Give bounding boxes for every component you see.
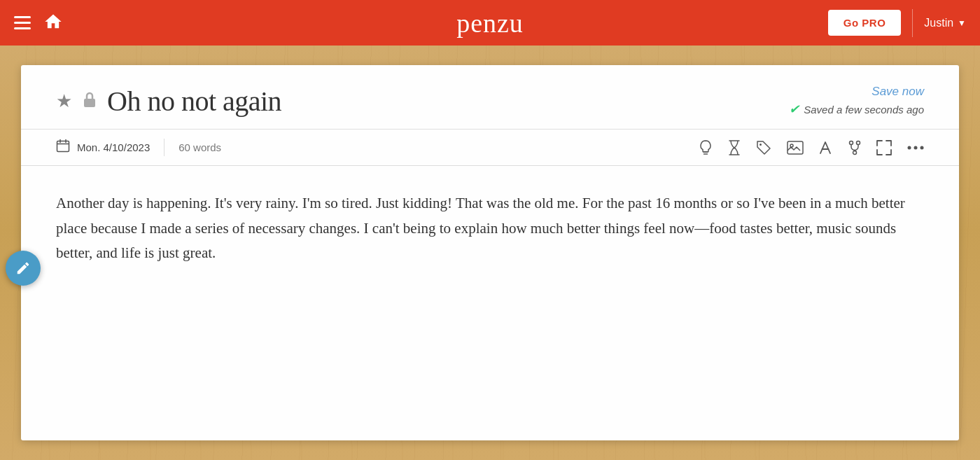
lightbulb-icon[interactable] <box>699 140 713 155</box>
user-menu[interactable]: Justin ▼ <box>924 17 966 29</box>
svg-point-6 <box>857 141 860 144</box>
go-pro-button[interactable]: Go PRO <box>828 10 902 36</box>
header-left <box>14 12 63 34</box>
expand-icon[interactable] <box>876 140 892 155</box>
home-icon[interactable] <box>43 12 63 34</box>
font-icon[interactable] <box>819 141 833 155</box>
entry-toolbar: Mon. 4/10/2023 60 words <box>21 130 959 166</box>
header: penzu Go PRO Justin ▼ <box>0 0 980 46</box>
chevron-down-icon: ▼ <box>958 18 966 28</box>
fork-icon[interactable] <box>848 140 861 155</box>
header-right: Go PRO Justin ▼ <box>828 9 966 37</box>
saved-status: ✔ Saved a few seconds ago <box>789 102 924 117</box>
svg-point-10 <box>920 146 924 149</box>
entry-body[interactable]: Another day is happening. It's very rain… <box>21 166 959 291</box>
entry-title-row: ★ Oh no not again <box>56 85 281 118</box>
svg-point-9 <box>914 146 918 149</box>
edit-fab-button[interactable] <box>6 251 41 286</box>
app-logo: penzu <box>456 8 524 39</box>
svg-point-5 <box>850 141 853 144</box>
saved-status-text: Saved a few seconds ago <box>804 104 924 116</box>
svg-point-2 <box>760 144 762 146</box>
svg-point-8 <box>908 146 911 149</box>
svg-rect-0 <box>84 99 95 107</box>
image-icon[interactable] <box>787 141 804 155</box>
date-section: Mon. 4/10/2023 <box>56 139 164 156</box>
entry-text: Another day is happening. It's very rain… <box>56 191 924 266</box>
more-icon[interactable] <box>907 146 924 150</box>
toolbar-icons <box>699 140 924 155</box>
checkmark-icon: ✔ <box>789 102 799 117</box>
word-count: 60 words <box>164 141 699 153</box>
hourglass-icon[interactable] <box>728 140 741 155</box>
entry-title: Oh no not again <box>107 85 281 118</box>
journal-paper: ★ Oh no not again Save now ✔ Saved a few… <box>21 65 959 440</box>
user-name: Justin <box>924 17 953 29</box>
hamburger-menu-icon[interactable] <box>14 16 31 29</box>
entry-header: ★ Oh no not again Save now ✔ Saved a few… <box>21 65 959 130</box>
lock-icon[interactable] <box>82 91 97 112</box>
main-area: ★ Oh no not again Save now ✔ Saved a few… <box>0 46 980 460</box>
header-divider <box>912 9 913 37</box>
calendar-icon <box>56 139 70 156</box>
svg-rect-1 <box>57 141 69 152</box>
star-icon[interactable]: ★ <box>56 90 72 112</box>
tag-icon[interactable] <box>756 140 771 155</box>
save-now-link[interactable]: Save now <box>789 85 924 99</box>
save-area: Save now ✔ Saved a few seconds ago <box>789 85 924 117</box>
entry-date: Mon. 4/10/2023 <box>77 141 150 153</box>
